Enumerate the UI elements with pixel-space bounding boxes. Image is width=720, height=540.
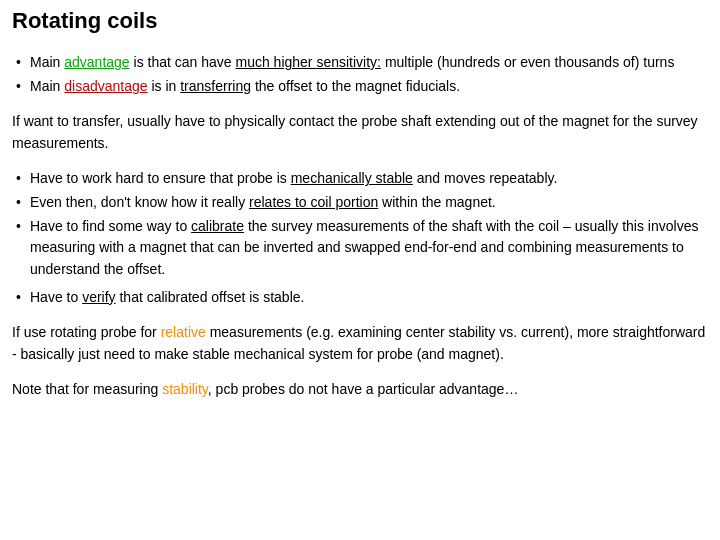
list-item: Even then, don't know how it really rela… bbox=[12, 192, 708, 214]
page-title: Rotating coils bbox=[12, 8, 708, 34]
list-item: Have to work hard to ensure that probe i… bbox=[12, 168, 708, 190]
paragraph-1: If want to transfer, usually have to phy… bbox=[12, 111, 708, 154]
list-item: Have to verify that calibrated offset is… bbox=[12, 287, 708, 308]
text-after-1: is that can have much higher sensitivity… bbox=[130, 54, 675, 70]
list-item: Main advantage is that can have much hig… bbox=[12, 52, 708, 73]
disadvantage-text: disadvantage bbox=[64, 78, 147, 94]
page: Rotating coils Main advantage is that ca… bbox=[0, 0, 720, 540]
sub-note: Have to verify that calibrated offset is… bbox=[12, 287, 708, 308]
text-main-2: Main bbox=[30, 78, 64, 94]
bullet-section-2: Have to work hard to ensure that probe i… bbox=[12, 168, 708, 280]
relative-text: relative bbox=[161, 324, 206, 340]
paragraph-2: If use rotating probe for relative measu… bbox=[12, 322, 708, 365]
text-after-2: is in transferring the offset to the mag… bbox=[148, 78, 461, 94]
list-item: Have to find some way to calibrate the s… bbox=[12, 216, 708, 281]
bullet-section-1: Main advantage is that can have much hig… bbox=[12, 52, 708, 97]
text-main-1: Main bbox=[30, 54, 64, 70]
advantage-text: advantage bbox=[64, 54, 129, 70]
list-item: Main disadvantage is in transferring the… bbox=[12, 76, 708, 97]
paragraph-3: Note that for measuring stability, pcb p… bbox=[12, 379, 708, 401]
stability-text: stability bbox=[162, 381, 208, 397]
